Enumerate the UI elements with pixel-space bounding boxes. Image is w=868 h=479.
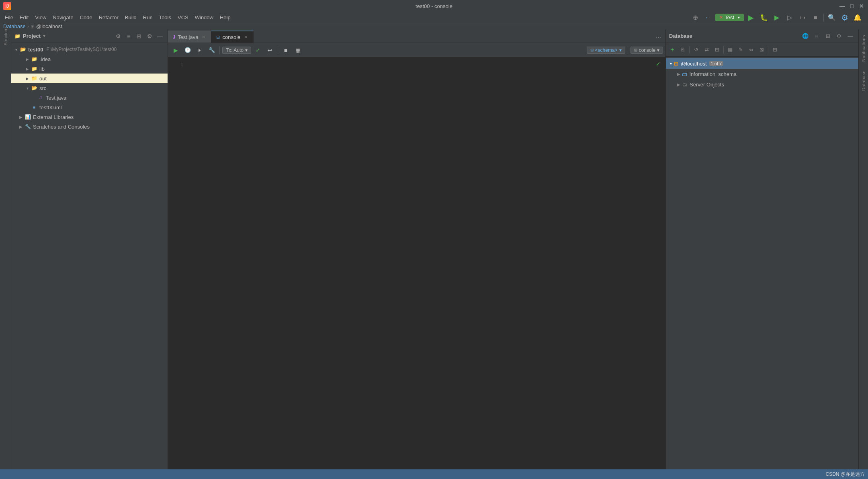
menu-run[interactable]: Run (140, 14, 156, 21)
db-table-icon[interactable]: ▦ (725, 45, 735, 55)
menu-navigate[interactable]: Navigate (49, 14, 76, 21)
tree-item-out[interactable]: ▶ 📁 out (11, 74, 168, 83)
toolbar-back-button[interactable]: ← (702, 12, 714, 23)
project-settings-icon[interactable]: ⚙ (114, 32, 123, 41)
tree-item-iml[interactable]: ≡ test00.iml (11, 102, 168, 112)
tree-item-scratches[interactable]: ▶ 🔧 Scratches and Consoles (11, 122, 168, 131)
code-area[interactable] (185, 57, 656, 469)
project-expand-icon[interactable]: ⊞ (135, 32, 143, 41)
project-gear-icon[interactable]: ⚙ (145, 32, 154, 41)
db-tree-localhost[interactable]: ▾ ⊞ @localhost 1 of 7 (666, 58, 858, 69)
tree-item-testjava[interactable]: J Test.java (11, 93, 168, 102)
output-button[interactable]: ▦ (293, 45, 303, 55)
db-header-settings-icon[interactable]: ⚙ (834, 31, 844, 41)
db-tree-server-objects[interactable]: ▶ 🗂 Server Objects (666, 79, 858, 90)
notifications-panel-tab[interactable]: Notifications (861, 32, 866, 65)
project-dropdown-icon[interactable]: ▾ (43, 33, 45, 39)
menu-tools[interactable]: Tools (156, 14, 174, 21)
breadcrumb-database[interactable]: Database (3, 23, 26, 29)
run-with-coverage-button[interactable]: ▶ (771, 12, 782, 23)
db-manage-button[interactable]: ⊞ (712, 45, 722, 55)
scratches-icon: 🔧 (24, 123, 31, 130)
tree-iml-label: test00.iml (39, 104, 62, 111)
db-host-icon: ⊞ (674, 61, 678, 67)
console-sep-2 (278, 46, 278, 54)
run-script-button[interactable]: ⏵ (194, 45, 205, 55)
tab-console[interactable]: ⊞ console ✕ (211, 31, 254, 43)
db-header-globe-icon[interactable]: 🌐 (800, 31, 810, 41)
db-compare-icon[interactable]: ⇔ (746, 45, 756, 55)
db-copy-button[interactable]: ⎘ (678, 45, 688, 55)
format-button[interactable]: 🔧 (207, 45, 217, 55)
menu-edit[interactable]: Edit (16, 14, 32, 21)
tx-label: Tx: Auto (226, 47, 244, 53)
project-close-icon[interactable]: — (156, 32, 164, 41)
project-panel-title: 📁 Project ▾ (14, 33, 45, 39)
structure-tab[interactable]: Structure (1, 32, 10, 41)
schema-dropdown[interactable]: ⊞ <schema> ▾ (587, 47, 625, 54)
tree-extlibs-arrow: ▶ (18, 114, 24, 120)
tab-console-close[interactable]: ✕ (243, 34, 248, 40)
rollback-button[interactable]: ↩ (265, 45, 275, 55)
run-configuration-button[interactable]: ✕ Test ▾ (715, 14, 744, 21)
tree-testjava-arrow (31, 94, 37, 101)
execute-button[interactable]: ▶ (170, 45, 181, 55)
folder-icon-lib: 📁 (31, 65, 38, 72)
schema-label: <schema> (595, 47, 618, 53)
commit-button[interactable]: ✓ (253, 45, 263, 55)
project-collapse-icon[interactable]: ≡ (124, 32, 133, 41)
tree-testjava-label: Test.java (46, 95, 66, 101)
db-refresh-button[interactable]: ↺ (691, 45, 701, 55)
tab-testjava[interactable]: J Test.java ✕ (168, 31, 211, 43)
toolbar-vcs-icon[interactable]: ⊕ (690, 12, 701, 23)
database-panel-tab[interactable]: Database (861, 67, 866, 94)
db-filter-button[interactable]: ⊞ (770, 45, 780, 55)
tx-dropdown[interactable]: Tx: Auto ▾ (222, 47, 251, 54)
menu-refactor[interactable]: Refactor (96, 14, 122, 21)
menu-file[interactable]: File (2, 14, 16, 21)
search-everywhere-button[interactable]: 🔍 (826, 12, 837, 23)
notifications-button[interactable]: 🔔 (852, 12, 863, 23)
project-panel-tools: ⚙ ≡ ⊞ ⚙ — (114, 32, 164, 41)
tx-dropdown-icon: ▾ (245, 47, 248, 53)
stop-button[interactable]: ■ (810, 12, 821, 23)
settings-button[interactable]: ⚙ (839, 12, 850, 23)
menu-help[interactable]: Help (217, 14, 234, 21)
tree-item-extlibs[interactable]: ▶ 📊 External Libraries (11, 112, 168, 122)
db-edit-icon[interactable]: ✎ (736, 45, 745, 55)
db-sync-button[interactable]: ⇄ (702, 45, 711, 55)
close-button[interactable]: ✕ (858, 3, 865, 9)
history-button[interactable]: 🕐 (182, 45, 193, 55)
checkmark-indicator: ✓ (656, 57, 665, 469)
console-dropdown[interactable]: ⊞ console ▾ (631, 47, 663, 54)
db-localhost-badge: 1 of 7 (709, 61, 724, 66)
menu-view[interactable]: View (32, 14, 49, 21)
menu-build[interactable]: Build (122, 14, 140, 21)
db-diagram-icon[interactable]: ⊠ (757, 45, 766, 55)
menu-code[interactable]: Code (77, 14, 96, 21)
db-header-collapse-icon[interactable]: ≡ (812, 31, 821, 41)
tree-item-lib[interactable]: ▶ 📁 lib (11, 64, 168, 74)
menu-window[interactable]: Window (192, 14, 217, 21)
tree-item-idea[interactable]: ▶ 📁 .idea (11, 54, 168, 64)
editor-tab-more[interactable]: ⋯ (653, 31, 664, 43)
tree-root[interactable]: ▾ 📂 test00 F:\MyProjects\TestMySQL\test0… (11, 45, 168, 54)
console-sep-1 (219, 46, 220, 54)
db-header-expand-icon[interactable]: ⊞ (823, 31, 833, 41)
tree-lib-arrow: ▶ (24, 66, 31, 72)
run-to-cursor-button[interactable]: ↦ (797, 12, 808, 23)
run-button[interactable]: ▶ (745, 12, 757, 23)
stop-execute-button[interactable]: ■ (280, 45, 291, 55)
minimize-button[interactable]: — (839, 3, 845, 9)
tree-item-src[interactable]: ▾ 📂 src (11, 83, 168, 93)
db-add-button[interactable]: + (667, 45, 677, 55)
debug-button[interactable]: 🐛 (758, 12, 770, 23)
maximize-button[interactable]: □ (849, 3, 855, 9)
run-config-dropdown-icon[interactable]: ▾ (736, 15, 740, 20)
db-tree-information-schema[interactable]: ▶ 🗃 information_schema (666, 69, 858, 79)
db-header-close-icon[interactable]: — (845, 31, 855, 41)
tree-iml-arrow (24, 104, 31, 111)
tab-testjava-close[interactable]: ✕ (201, 34, 206, 40)
profile-button[interactable]: ▷ (784, 12, 795, 23)
menu-vcs[interactable]: VCS (174, 14, 192, 21)
